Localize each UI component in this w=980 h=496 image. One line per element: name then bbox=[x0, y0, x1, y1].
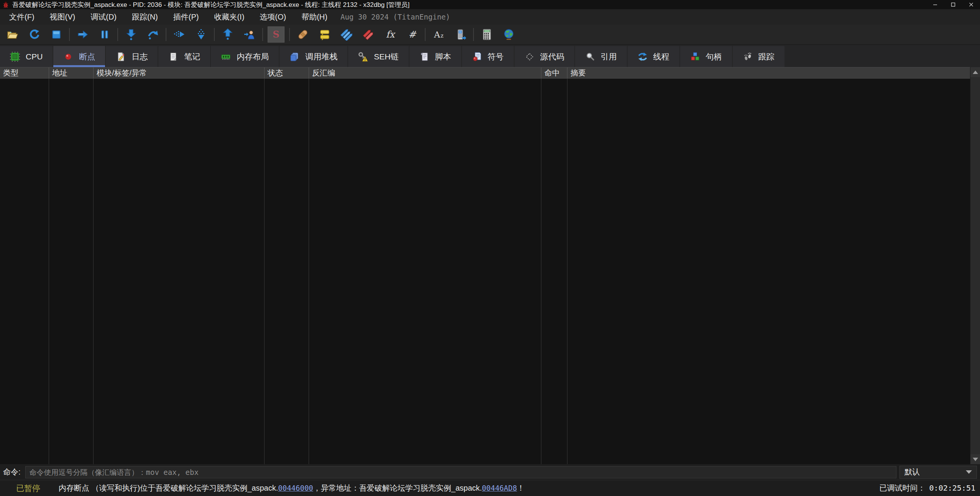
run-to-user-code-button[interactable] bbox=[238, 26, 260, 43]
tab-label: 笔记 bbox=[184, 51, 200, 62]
scroll-up-button[interactable] bbox=[970, 67, 980, 77]
breakpoints-icon bbox=[362, 28, 375, 41]
step-into-button[interactable] bbox=[120, 26, 142, 43]
stop-button[interactable] bbox=[45, 26, 67, 43]
menu-debug[interactable]: 调试(D) bbox=[83, 9, 124, 25]
address-link[interactable]: 00446AD8 bbox=[482, 484, 517, 492]
column-header-address[interactable]: 地址 bbox=[49, 67, 94, 78]
symbols-icon bbox=[472, 52, 482, 62]
vertical-scrollbar[interactable] bbox=[970, 67, 980, 464]
strings-button[interactable]: A z bbox=[428, 26, 449, 43]
tab-references[interactable]: 引用 bbox=[575, 46, 627, 67]
tab-symbols[interactable]: 符号 bbox=[462, 46, 514, 67]
debug-time-value: 0:02:25:51 bbox=[929, 483, 975, 493]
labels-button[interactable] bbox=[335, 26, 357, 43]
comments-button[interactable] bbox=[314, 26, 335, 43]
column-header-hits[interactable]: 命中 bbox=[541, 67, 567, 78]
maximize-icon bbox=[951, 2, 955, 7]
status-message: 内存断点 （读写和执行)位于吾爱破解论坛学习脱壳实例_aspack.004460… bbox=[59, 483, 525, 493]
tab-trace[interactable]: 跟踪 bbox=[733, 46, 784, 67]
cpu-icon bbox=[10, 52, 20, 62]
open-folder-icon bbox=[7, 28, 19, 41]
svg-text:A: A bbox=[434, 30, 441, 39]
pause-button[interactable] bbox=[94, 26, 115, 43]
window-controls bbox=[926, 0, 980, 9]
tab-log[interactable]: 日志 bbox=[106, 46, 158, 67]
column-header-type[interactable]: 类型 bbox=[0, 67, 49, 78]
scrollbar-track[interactable] bbox=[970, 77, 980, 454]
breakpoints-button[interactable] bbox=[357, 26, 379, 43]
menu-view[interactable]: 视图(V) bbox=[42, 9, 83, 25]
trace-into-button[interactable] bbox=[190, 26, 212, 43]
toolbar-separator bbox=[166, 28, 166, 41]
grid-line bbox=[309, 79, 309, 464]
execute-till-return-icon bbox=[222, 28, 234, 41]
command-profile-dropdown[interactable]: 默认 bbox=[899, 466, 977, 479]
tab-handles[interactable]: 句柄 bbox=[680, 46, 732, 67]
menu-help[interactable]: 帮助(H) bbox=[294, 9, 335, 25]
stop-icon bbox=[50, 28, 62, 41]
patches-button[interactable] bbox=[292, 26, 314, 43]
menu-trace[interactable]: 跟踪(N) bbox=[124, 9, 166, 25]
open-file-button[interactable] bbox=[2, 26, 23, 43]
command-input[interactable] bbox=[25, 466, 896, 478]
tab-source[interactable]: 源代码 bbox=[515, 46, 574, 67]
tab-seh-chain[interactable]: SEH链 bbox=[348, 46, 408, 67]
address-link[interactable]: 00446000 bbox=[278, 484, 313, 492]
scylla-button[interactable]: S bbox=[268, 26, 284, 43]
maximize-button[interactable] bbox=[944, 0, 962, 9]
run-button[interactable] bbox=[72, 26, 94, 43]
menu-file[interactable]: 文件(F) bbox=[2, 9, 42, 25]
view-tabs: CPU 断点 日志 bbox=[0, 45, 980, 67]
column-header-summary[interactable]: 摘要 bbox=[567, 67, 970, 78]
tab-cpu[interactable]: CPU bbox=[0, 46, 53, 67]
hash-button[interactable]: # bbox=[401, 26, 423, 43]
tab-script[interactable]: 脚本 bbox=[409, 46, 461, 67]
scroll-down-icon bbox=[973, 458, 978, 461]
phone-button[interactable] bbox=[449, 26, 471, 43]
trace-icon bbox=[743, 52, 753, 62]
command-label: 命令: bbox=[3, 467, 21, 477]
status-bar: 已暂停 内存断点 （读写和执行)位于吾爱破解论坛学习脱壳实例_aspack.00… bbox=[0, 480, 980, 496]
run-to-user-code-icon bbox=[243, 28, 256, 41]
tab-call-stack[interactable]: 调用堆栈 bbox=[280, 46, 347, 67]
calculator-button[interactable] bbox=[476, 26, 498, 43]
svg-text:z: z bbox=[441, 33, 443, 39]
toolbar-separator bbox=[117, 28, 118, 41]
svg-text:fx: fx bbox=[386, 29, 395, 40]
status-message-text: ，异常地址：吾爱破解论坛学习脱壳实例_aspack. bbox=[313, 484, 482, 492]
scroll-up-icon bbox=[973, 71, 978, 74]
minimize-button[interactable] bbox=[926, 0, 944, 9]
tab-notes[interactable]: 笔记 bbox=[158, 46, 210, 67]
seh-chain-icon bbox=[358, 52, 368, 62]
status-message-text: ！ bbox=[517, 484, 525, 492]
breakpoints-table: 类型 地址 模块/标签/异常 状态 反汇编 命中 摘要 bbox=[0, 67, 970, 464]
tab-breakpoints[interactable]: 断点 bbox=[53, 46, 105, 67]
functions-button[interactable]: fx bbox=[379, 26, 401, 43]
close-button[interactable] bbox=[962, 0, 980, 9]
tab-memory-map[interactable]: 内存布局 bbox=[211, 46, 279, 67]
tab-label: SEH链 bbox=[374, 51, 398, 62]
table-body-empty[interactable] bbox=[0, 79, 970, 464]
menu-plugins[interactable]: 插件(P) bbox=[166, 9, 207, 25]
toolbar-separator bbox=[69, 28, 70, 41]
column-header-state[interactable]: 状态 bbox=[265, 67, 309, 78]
step-over-icon bbox=[147, 28, 159, 41]
scroll-down-button[interactable] bbox=[970, 454, 980, 464]
execute-till-return-button[interactable] bbox=[217, 26, 238, 43]
memory-map-icon bbox=[221, 52, 231, 62]
tab-threads[interactable]: 线程 bbox=[628, 46, 679, 67]
menu-bar: 文件(F) 视图(V) 调试(D) 跟踪(N) 插件(P) 收藏夹(I) 选项(… bbox=[0, 9, 980, 25]
restart-button[interactable] bbox=[23, 26, 45, 43]
toolbar-separator bbox=[214, 28, 215, 41]
debug-time-label: 已调试时间： bbox=[880, 484, 926, 492]
step-over-button[interactable] bbox=[142, 26, 164, 43]
menu-options[interactable]: 选项(O) bbox=[252, 9, 294, 25]
bug-icon bbox=[2, 1, 9, 8]
column-header-disassembly[interactable]: 反汇编 bbox=[309, 67, 541, 78]
trace-over-button[interactable] bbox=[168, 26, 190, 43]
globe-button[interactable] bbox=[498, 26, 520, 43]
column-header-module-label-exception[interactable]: 模块/标签/异常 bbox=[94, 67, 265, 78]
svg-text:#: # bbox=[408, 29, 416, 40]
menu-favourites[interactable]: 收藏夹(I) bbox=[206, 9, 252, 25]
